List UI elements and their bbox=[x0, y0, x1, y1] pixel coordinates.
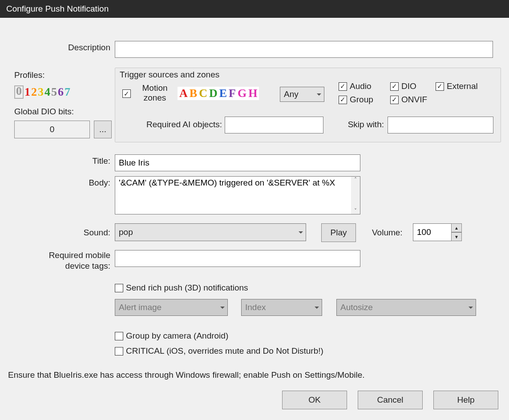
dialog-body: Description Profiles: 0 1 2 3 4 5 6 7 Gl… bbox=[0, 18, 509, 420]
body-label: Body: bbox=[8, 178, 110, 188]
profiles-label: Profiles: bbox=[14, 70, 45, 80]
required-ai-label: Required AI objects: bbox=[135, 120, 222, 129]
rich-push-checkbox[interactable]: Send rich push (3D) notifications bbox=[115, 283, 248, 293]
zone-mode-select[interactable]: Any bbox=[280, 87, 324, 102]
global-dio-browse-button[interactable]: ... bbox=[94, 121, 112, 138]
zones-picker[interactable]: A B C D E F G H bbox=[178, 87, 259, 100]
spinner-up-icon[interactable]: ▲ bbox=[451, 223, 462, 232]
global-dio-value[interactable]: 0 bbox=[14, 121, 90, 138]
profile-7[interactable]: 7 bbox=[65, 85, 70, 99]
motion-zones-label: Motion zones bbox=[135, 83, 175, 103]
sound-label: Sound: bbox=[8, 228, 110, 238]
critical-checkbox[interactable]: CRITICAL (iOS, overrides mute and Do Not… bbox=[115, 346, 323, 356]
skip-with-input[interactable] bbox=[388, 117, 493, 133]
group-checkbox[interactable]: Group bbox=[339, 95, 373, 105]
profile-3[interactable]: 3 bbox=[38, 85, 44, 99]
chevron-down-icon bbox=[469, 307, 473, 309]
zone-mode-value: Any bbox=[284, 89, 299, 99]
rich-push-index-select: Index bbox=[241, 299, 322, 316]
window-titlebar: Configure Push Notification bbox=[0, 0, 509, 18]
profile-0[interactable]: 0 bbox=[14, 85, 24, 99]
scroll-up-icon[interactable]: ˄ bbox=[354, 177, 357, 183]
skip-with-label: Skip with: bbox=[338, 120, 384, 129]
checkbox-icon bbox=[115, 284, 123, 292]
description-input[interactable] bbox=[115, 41, 493, 58]
checkbox-icon bbox=[390, 82, 399, 91]
profile-4[interactable]: 4 bbox=[44, 85, 50, 99]
onvif-checkbox[interactable]: ONVIF bbox=[390, 95, 427, 105]
help-button[interactable]: Help bbox=[433, 391, 498, 409]
checkbox-icon bbox=[436, 82, 444, 91]
chevron-down-icon bbox=[299, 231, 303, 234]
chevron-down-icon bbox=[315, 307, 319, 309]
chevron-down-icon bbox=[220, 307, 225, 309]
volume-spinner[interactable]: ▲ ▼ bbox=[413, 223, 462, 241]
spinner-down-icon[interactable]: ▼ bbox=[451, 232, 462, 241]
ok-button[interactable]: OK bbox=[282, 391, 347, 409]
profile-6[interactable]: 6 bbox=[58, 85, 64, 99]
global-dio-label: Global DIO bits: bbox=[14, 107, 74, 117]
rich-push-size-select: Autosize bbox=[336, 299, 476, 316]
profile-1[interactable]: 1 bbox=[24, 85, 30, 99]
scroll-down-icon[interactable]: ˅ bbox=[354, 208, 357, 214]
chevron-down-icon bbox=[317, 93, 321, 96]
zone-B[interactable]: B bbox=[190, 87, 197, 100]
profile-2[interactable]: 2 bbox=[31, 85, 37, 99]
checkbox-icon bbox=[122, 89, 131, 98]
zone-G[interactable]: G bbox=[238, 87, 246, 100]
zone-E[interactable]: E bbox=[219, 87, 227, 100]
body-textarea[interactable] bbox=[115, 176, 360, 214]
required-tags-label: Required mobile device tags: bbox=[8, 250, 110, 271]
window-title: Configure Push Notification bbox=[6, 4, 109, 13]
cancel-button[interactable]: Cancel bbox=[358, 391, 423, 409]
motion-zones-checkbox[interactable] bbox=[122, 89, 131, 98]
volume-input[interactable] bbox=[413, 223, 451, 241]
rich-push-image-select: Alert image bbox=[115, 299, 228, 316]
required-ai-input[interactable] bbox=[225, 117, 323, 133]
trigger-legend: Trigger sources and zones bbox=[120, 70, 219, 80]
profile-5[interactable]: 5 bbox=[51, 85, 57, 99]
footer-note: Ensure that BlueIris.exe has access thro… bbox=[8, 370, 365, 380]
title-input[interactable] bbox=[115, 154, 360, 171]
group-by-camera-checkbox[interactable]: Group by camera (Android) bbox=[115, 331, 228, 341]
zone-H[interactable]: H bbox=[248, 87, 257, 100]
title-label: Title: bbox=[8, 156, 110, 166]
zone-A[interactable]: A bbox=[179, 87, 188, 100]
zone-F[interactable]: F bbox=[229, 87, 236, 100]
play-button[interactable]: Play bbox=[321, 223, 356, 242]
volume-label: Volume: bbox=[372, 228, 403, 238]
checkbox-icon bbox=[339, 96, 347, 104]
body-scrollbar[interactable]: ˄ ˅ bbox=[351, 177, 360, 214]
zone-C[interactable]: C bbox=[199, 87, 207, 100]
description-label: Description bbox=[8, 43, 110, 52]
profiles-picker[interactable]: 0 1 2 3 4 5 6 7 bbox=[14, 85, 70, 99]
checkbox-icon bbox=[115, 332, 123, 340]
external-checkbox[interactable]: External bbox=[436, 81, 478, 91]
audio-checkbox[interactable]: Audio bbox=[339, 81, 373, 91]
trigger-sources-fieldset: Trigger sources and zones Motion zones A… bbox=[115, 68, 501, 142]
sound-select[interactable]: pop bbox=[115, 223, 306, 241]
checkbox-icon bbox=[339, 82, 347, 91]
required-tags-input[interactable] bbox=[115, 250, 360, 267]
checkbox-icon bbox=[115, 347, 123, 355]
zone-D[interactable]: D bbox=[209, 87, 218, 100]
dio-checkbox[interactable]: DIO bbox=[390, 81, 427, 91]
checkbox-icon bbox=[390, 96, 399, 104]
sound-value: pop bbox=[119, 227, 133, 237]
